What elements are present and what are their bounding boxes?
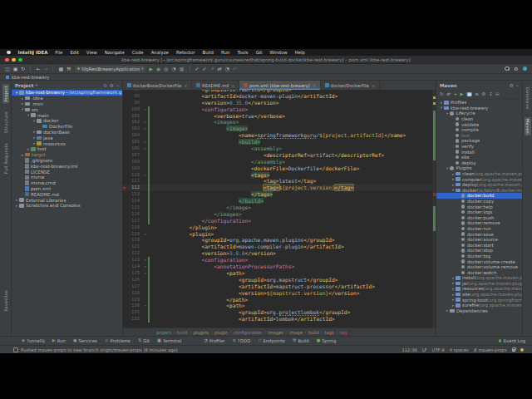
menu-item-edit[interactable]: Edit <box>70 50 78 55</box>
project-tree-row[interactable]: ▾kbe-rest-brewery ~/src/springframework.… <box>12 90 122 96</box>
editor-tab-dockerbase-dockerfile[interactable]: dockerBase/DockerFile× <box>123 81 192 90</box>
maven-tree-row[interactable]: verify <box>436 144 522 150</box>
tool-window-stripe-button-project[interactable]: Project <box>2 84 9 103</box>
run-configuration-select[interactable]: SfgRestBreweryApplication▾ <box>75 66 146 72</box>
fold-icon[interactable]: ▾ <box>142 139 148 145</box>
rollback-icon[interactable]: ↶ <box>233 66 237 71</box>
project-tree-row[interactable]: LICENSE <box>12 169 122 175</box>
maven-tree-row[interactable]: ▾Lifecycle <box>436 111 522 116</box>
code-line[interactable]: 108 </assembly> <box>123 159 432 165</box>
code-line[interactable]: 105▾ <build> <box>123 139 432 145</box>
code-line[interactable]: 100▾ <configuration> <box>123 106 432 113</box>
line-ending-widget[interactable]: LF <box>422 347 427 352</box>
maven-tree-row[interactable]: ▸deploy (org.apache.maven.plugins:maven-… <box>436 182 522 188</box>
close-tab-icon[interactable]: × <box>184 83 187 88</box>
project-tree-row[interactable]: pom.xml <box>12 186 122 192</box>
project-tree-row[interactable]: ▸Scratches and Consoles <box>12 203 122 209</box>
code-line[interactable]: 126 <groupId>org.mapstruct</groupId> <box>123 277 432 283</box>
debug-icon[interactable]: ◉ <box>156 66 160 71</box>
breadcrumb-images-5[interactable]: images <box>268 330 283 335</box>
code-line[interactable]: 131 <groupId>org.projectlombok</groupId> <box>123 309 432 316</box>
code-line[interactable]: 118 </plugin> <box>123 224 432 231</box>
settings-gear-icon[interactable]: ⚙ <box>514 66 518 71</box>
tool-window-button-problems[interactable]: ⚠Problems <box>105 338 131 343</box>
maven-tree-row[interactable]: install <box>436 149 522 155</box>
fold-icon[interactable]: ▾ <box>142 145 148 152</box>
code-line[interactable]: 125▾ <path> <box>123 270 432 277</box>
fold-icon[interactable]: ▾ <box>142 126 148 132</box>
project-tree-row[interactable]: DockerFile <box>12 124 122 130</box>
module-chooser-icon[interactable]: ▦ <box>58 66 63 71</box>
maven-tree-row[interactable]: ▸clean (org.apache.maven.plugins:maven-c… <box>436 171 522 177</box>
project-tree-row[interactable]: ▾docker <box>12 118 122 124</box>
code-editor[interactable]: 97 <groupId>io.fabric8</groupId>98 <arti… <box>123 90 432 328</box>
code-line[interactable]: 101 <verbose>true</verbose> <box>123 113 432 120</box>
tool-window-button-endpoints[interactable]: ◇Endpoints <box>258 338 284 343</box>
maven-tree-row[interactable]: docker:volume-create <box>436 259 522 264</box>
code-line[interactable]: 127 <artifactId>mapstruct-processor</art… <box>123 283 432 290</box>
maven-tree-row[interactable]: docker:source <box>436 237 522 243</box>
avatar[interactable] <box>523 66 528 71</box>
menu-item-view[interactable]: View <box>86 50 97 55</box>
maven-tree-row[interactable]: deploy <box>436 160 522 166</box>
code-line[interactable]: 104 <name>springframeworkguru/${project.… <box>123 132 432 139</box>
code-line[interactable]: 99 <version>0.35.0</version> <box>123 100 432 106</box>
code-line[interactable]: 116 </images> <box>123 211 432 218</box>
settings-gear-icon[interactable]: ⚙ <box>510 83 514 88</box>
code-line[interactable]: 129 </path> <box>123 297 432 303</box>
fold-icon[interactable]: ▾ <box>142 231 148 238</box>
maven-tree-row[interactable]: docker:watch <box>436 269 522 275</box>
tool-window-stripe-button-database[interactable]: Database <box>525 86 531 111</box>
execute-maven-goal-icon[interactable]: ▦ <box>466 92 471 97</box>
project-tree-row[interactable]: ▸.mvn <box>12 101 122 107</box>
editor-tab-pom-xml-kbe-rest-brewery[interactable]: pom.xml (kbe-rest-brewery)× <box>239 81 321 90</box>
tool-window-button-build[interactable]: ⚒Build <box>293 338 309 343</box>
maven-tree-row[interactable]: docker:copy <box>436 199 522 204</box>
event-log-button[interactable]: Event Log <box>499 338 525 343</box>
apple-menu-icon[interactable] <box>7 51 11 55</box>
breadcrumb-project-0[interactable]: project <box>156 330 171 335</box>
breadcrumb-image-6[interactable]: image <box>289 330 303 335</box>
code-line[interactable]: 113 </tags> <box>123 191 432 198</box>
maven-tree-row[interactable]: test <box>436 133 522 139</box>
breadcrumb-plugin-3[interactable]: plugin <box>214 330 228 335</box>
menu-item-analyze[interactable]: Analyze <box>151 50 169 55</box>
maven-tree-row[interactable]: ▸Dependencies <box>436 308 522 314</box>
menu-item-code[interactable]: Code <box>132 50 144 55</box>
show-dependencies-icon[interactable]: ≡ <box>475 92 479 97</box>
sync-icon[interactable]: ↻ <box>21 66 25 71</box>
project-tree-row[interactable]: kbe-rest-brewery.iml <box>12 163 122 169</box>
encoding-widget[interactable]: UTF-8 <box>432 347 445 352</box>
tool-window-button-git[interactable]: ⇅Git <box>138 338 150 343</box>
breadcrumb-plugins-2[interactable]: plugins <box>193 330 209 335</box>
maven-tree-row[interactable]: docker:save <box>436 231 522 237</box>
code-line[interactable]: 102▾ <images> <box>123 119 432 126</box>
tool-window-stripe-button-structure[interactable]: Structure <box>2 110 9 135</box>
menu-item-git[interactable]: Git <box>256 50 263 55</box>
code-line[interactable]: 130▾ <path> <box>123 303 432 309</box>
breadcrumb-build-1[interactable]: build <box>177 330 188 335</box>
profiler-icon[interactable]: ◔ <box>172 66 176 71</box>
tool-window-stripe-button-favorites[interactable]: Favorites <box>2 288 9 313</box>
project-tree-row[interactable]: ▾main <box>12 112 122 118</box>
generate-sources-icon[interactable]: ⇄ <box>446 92 451 97</box>
code-line[interactable]: 98 <artifactId>docker-maven-plugin</arti… <box>123 93 432 100</box>
code-line[interactable]: 123▾ <configuration> <box>123 257 432 264</box>
maven-tree-row[interactable]: docker:tag <box>436 254 522 259</box>
code-line[interactable]: 115 </image> <box>123 204 432 211</box>
fold-icon[interactable]: ▾ <box>142 119 148 126</box>
menu-item-file[interactable]: File <box>55 50 62 55</box>
caret-position-widget[interactable]: 112:36 <box>401 347 416 352</box>
breadcrumb[interactable]: kbe-rest-brewery <box>12 75 49 80</box>
maven-tree-row[interactable]: ▸resources (org.apache.maven.plugins:mav… <box>436 286 522 292</box>
maven-tree-row[interactable]: ▾kbe-rest-brewery <box>436 106 522 111</box>
maven-tree-row[interactable]: ▾Plugins <box>436 165 522 171</box>
code-line[interactable]: 110▾ <tags> <box>123 172 432 179</box>
fold-icon[interactable]: ▾ <box>142 106 148 113</box>
project-panel-title[interactable]: Project <box>15 83 33 88</box>
reimport-maven-icon[interactable]: ↻ <box>440 92 444 97</box>
code-line[interactable]: 128 <version>${mapstruct.version}</versi… <box>123 290 432 297</box>
menu-item-help[interactable]: Help <box>295 50 305 55</box>
maven-tree-row[interactable]: docker:remove <box>436 220 522 226</box>
menu-item-window[interactable]: Window <box>269 50 287 55</box>
